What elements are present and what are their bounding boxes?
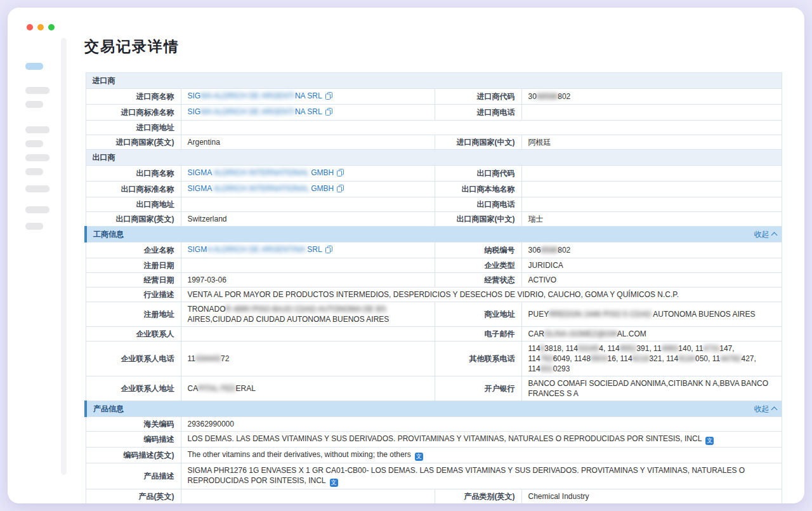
table-row: 注册日期 企业类型 JURIDICA — [86, 258, 782, 273]
exporter-code-value — [521, 166, 782, 182]
importer-section-header: 进口商 — [86, 73, 782, 89]
translate-icon[interactable]: 文 — [705, 437, 714, 445]
exporter-std-name-label: 出口商标准名称 — [86, 182, 181, 197]
table-row: 企业联系人 电子邮件 CAROLINA.GOMEZ@GMAL.COM — [86, 327, 782, 342]
contact-person-label: 企业联系人 — [86, 327, 181, 342]
collapse-label: 收起 — [754, 229, 769, 239]
industry-desc-value: VENTA AL POR MAYOR DE PRODUCTOS INTERMED… — [181, 288, 782, 302]
exporter-country-en-label: 出口商国家(英文) — [86, 212, 181, 227]
product-en-label: 产品(英文) — [86, 489, 181, 504]
register-date-value — [181, 258, 435, 273]
contact-address-value: CAPITAL FEDERAL — [181, 376, 435, 401]
tax-number-value: 3068588802 — [521, 242, 782, 258]
table-row: 进口商名称 SIGMA ALDRICH DE ARGENTINA SRL 进口商… — [86, 89, 782, 105]
exporter-country-en-value: Switzerland — [181, 212, 435, 227]
exporter-address-value — [181, 197, 435, 212]
product-category-en-value: Chemical Industry — [521, 489, 782, 504]
table-row: 注册地址 TRONADOR 4890 PISO BAJO CDAD AUTONO… — [86, 302, 782, 327]
importer-std-name-link[interactable]: SIGMA ALDRICH DE ARGENTINA SRL — [188, 107, 322, 116]
sidebar-scrollbar[interactable] — [61, 38, 67, 475]
table-row: 产品(英文) 产品类别(英文) Chemical Industry — [86, 489, 782, 504]
contact-person-value — [181, 327, 435, 342]
code-desc-value: LOS DEMAS. LAS DEMAS VITAMINAS Y SUS DER… — [181, 432, 782, 448]
table-row: 出口商标准名称 SIGMA ALDRICH INTERNATIONAL GMBH… — [86, 182, 782, 197]
sidebar-skeleton-bar — [25, 185, 49, 192]
register-date-label: 注册日期 — [86, 258, 181, 273]
importer-code-value: 3068588802 — [521, 89, 782, 105]
copy-icon[interactable] — [325, 92, 332, 102]
product-en-value — [181, 489, 435, 504]
importer-section-row: 进口商 — [86, 73, 782, 89]
code-desc-label: 编码描述 — [86, 432, 181, 448]
operation-date-value: 1997-03-06 — [181, 273, 435, 288]
code-desc-text: LOS DEMAS. LAS DEMAS VITAMINAS Y SUS DER… — [188, 434, 702, 443]
hs-code-label: 海关编码 — [86, 417, 181, 432]
company-name-label: 企业名称 — [86, 242, 181, 258]
importer-name-link[interactable]: SIGMA ALDRICH DE ARGENTINA SRL — [188, 91, 322, 100]
collapse-product-button[interactable]: 收起 — [754, 404, 776, 414]
exporter-phone-label: 出口商电话 — [435, 197, 521, 212]
product-category-en-label: 产品类别(英文) — [435, 489, 521, 504]
sidebar-skeleton-bar — [25, 126, 49, 133]
importer-country-cn-label: 进口商国家(中文) — [435, 135, 521, 150]
sidebar-skeleton-bar — [25, 168, 43, 175]
importer-country-en-value: Argentina — [181, 135, 435, 150]
page-title: 交易记录详情 — [84, 37, 780, 56]
table-row: 企业联系人电话 1143444372 其他联系电话 11463818, 1145… — [86, 342, 782, 376]
exporter-name-link[interactable]: SIGMA ALDRICH INTERNATIONAL GMBH — [188, 168, 334, 177]
business-address-label: 商业地址 — [435, 302, 521, 327]
product-section-row: 产品信息 收起 — [86, 401, 782, 417]
operation-status-value: ACTIVO — [521, 273, 782, 288]
business-section-title: 工商信息 — [93, 229, 124, 239]
exporter-name-value: SIGMA ALDRICH INTERNATIONAL GMBH — [181, 166, 435, 182]
window-close-button[interactable] — [27, 24, 33, 30]
table-row: 产品描述 SIGMA PHR1276 1G ENVASES X 1 GR CA0… — [86, 463, 782, 489]
importer-country-en-label: 进口商国家(英文) — [86, 135, 181, 150]
code-desc-en-text: The other vitamins and their derivatives… — [188, 450, 411, 459]
table-row: 出口商地址 出口商电话 — [86, 197, 782, 212]
tax-number-label: 纳税编号 — [435, 242, 521, 258]
register-address-value: TRONADOR 4890 PISO BAJO CDAD AUTONOMA DE… — [181, 302, 435, 327]
sidebar-skeleton-bar — [25, 154, 49, 161]
company-name-link[interactable]: SIGMA ALDRICH DE ARGENTINA SRL — [188, 245, 322, 254]
exporter-local-name-value — [521, 182, 782, 197]
copy-icon[interactable] — [325, 108, 332, 118]
main-content: 交易记录详情 进口商 进口商名称 SIGMA ALDRICH DE ARGENT… — [84, 8, 780, 503]
importer-name-label: 进口商名称 — [86, 89, 181, 105]
exporter-country-cn-value: 瑞士 — [521, 212, 782, 227]
copy-icon[interactable] — [325, 246, 332, 256]
sidebar-skeleton-bar — [25, 87, 49, 94]
window-minimize-button[interactable] — [37, 24, 44, 30]
sidebar-skeleton-bar-active[interactable] — [25, 63, 43, 70]
exporter-section-row: 出口商 — [86, 150, 782, 166]
importer-address-label: 进口商地址 — [86, 121, 181, 135]
product-desc-text: SIGMA PHR1276 1G ENVASES X 1 GR CA01-CB0… — [188, 466, 745, 485]
importer-std-name-value: SIGMA ALDRICH DE ARGENTINA SRL — [181, 105, 435, 121]
exporter-std-name-value: SIGMA ALDRICH INTERNATIONAL GMBH — [181, 182, 435, 197]
browser-window: 交易记录详情 进口商 进口商名称 SIGMA ALDRICH DE ARGENT… — [8, 8, 804, 503]
contact-phone-value: 1143444372 — [181, 342, 435, 376]
exporter-std-name-link[interactable]: SIGMA ALDRICH INTERNATIONAL GMBH — [188, 184, 334, 193]
translate-icon[interactable]: 文 — [330, 479, 338, 487]
code-desc-en-value: The other vitamins and their derivatives… — [181, 448, 782, 463]
product-desc-value: SIGMA PHR1276 1G ENVASES X 1 GR CA01-CB0… — [181, 463, 782, 489]
exporter-address-label: 出口商地址 — [86, 197, 181, 212]
translate-icon[interactable]: 文 — [415, 453, 423, 461]
other-phones-value: 11463818, 114532454, 1149552391, 1149631… — [521, 342, 782, 376]
sidebar-skeleton-bar — [25, 140, 43, 147]
importer-address-value — [181, 121, 782, 135]
exporter-name-label: 出口商名称 — [86, 166, 181, 182]
industry-desc-label: 行业描述 — [86, 288, 181, 302]
email-label: 电子邮件 — [435, 327, 521, 342]
contact-address-label: 企业联系人地址 — [86, 376, 181, 401]
company-type-label: 企业类型 — [435, 258, 521, 273]
copy-icon[interactable] — [337, 185, 344, 195]
table-row: 行业描述 VENTA AL POR MAYOR DE PRODUCTOS INT… — [86, 288, 782, 302]
company-type-value: JURIDICA — [521, 258, 782, 273]
window-maximize-button[interactable] — [48, 24, 55, 30]
contact-phone-label: 企业联系人电话 — [86, 342, 181, 376]
collapse-business-button[interactable]: 收起 — [754, 229, 776, 239]
copy-icon[interactable] — [337, 169, 344, 179]
other-phones-label: 其他联系电话 — [435, 342, 521, 376]
company-name-value: SIGMA ALDRICH DE ARGENTINA SRL — [181, 242, 435, 258]
